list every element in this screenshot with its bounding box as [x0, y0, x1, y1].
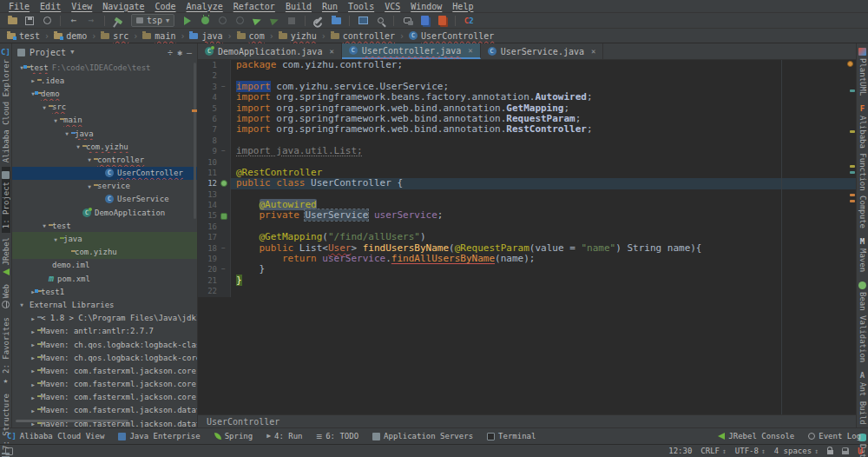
tool-button-jrebel[interactable]: JRebel: [2, 233, 10, 280]
build-hammer-icon[interactable]: [111, 15, 125, 27]
tree-item-test[interactable]: ▼testF:\code\IDEACode\test: [12, 61, 197, 74]
toolwindow-button-6-todo[interactable]: ≡6: TODO: [317, 432, 359, 441]
toolwindow-button-4-run[interactable]: ▶4: Run: [266, 432, 302, 440]
breadcrumb-item-test[interactable]: test: [7, 31, 40, 41]
translate-doc-blue-icon[interactable]: [418, 15, 431, 27]
tree-item-test1[interactable]: ▶test1: [12, 285, 197, 298]
tree-item-java[interactable]: ▼java: [12, 232, 197, 245]
tool-button-7-structure[interactable]: 7: Structure: [2, 389, 10, 457]
encoding-select[interactable]: UTF-8 ↕: [735, 447, 766, 455]
toolwindow-button-application-servers[interactable]: Application Servers: [372, 432, 473, 440]
expanded-arrow-icon[interactable]: ▼: [51, 117, 60, 123]
search-everywhere-icon[interactable]: [373, 15, 387, 27]
restore-windows-icon[interactable]: [356, 15, 370, 27]
tree-item-maven-ch-qos-logback-logback-core-1-2-3[interactable]: ▶Maven: ch.qos.logback:logback-core:1.2.…: [12, 351, 197, 364]
toolwindow-button-terminal[interactable]: Terminal: [487, 432, 536, 440]
forward-arrow-icon[interactable]: →: [84, 15, 98, 27]
line-separator-select[interactable]: CRLF ↕: [700, 447, 727, 455]
run-jrebel-icon[interactable]: [250, 15, 264, 27]
project-structure-icon[interactable]: [329, 15, 343, 27]
expanded-arrow-icon[interactable]: ▼: [62, 130, 71, 136]
collapsed-arrow-icon[interactable]: ▶: [29, 354, 37, 361]
code-line-20[interactable]: 20− }: [198, 264, 856, 275]
stop-icon[interactable]: [285, 15, 299, 27]
run-config-combo[interactable]: tsp▼: [131, 14, 174, 27]
project-scrollbar[interactable]: [194, 63, 196, 219]
tree-item-src[interactable]: ▼src: [12, 101, 197, 114]
tool-button-web[interactable]: Web: [2, 280, 10, 313]
code-line-22[interactable]: 22: [198, 286, 856, 296]
tree-item-controller[interactable]: ▼controller: [12, 153, 197, 166]
jrebel-u-icon[interactable]: U: [858, 447, 863, 456]
collapsed-arrow-icon[interactable]: ▶: [29, 77, 37, 83]
editor-tab-userservice-java[interactable]: CUserService.java✕: [481, 43, 604, 59]
project-hscrollbar[interactable]: [16, 420, 128, 422]
code-line-1[interactable]: 1package com.yizhu.controller;: [198, 60, 856, 70]
profiler-icon[interactable]: [233, 15, 247, 27]
breadcrumb-item-main[interactable]: main: [142, 31, 175, 41]
tree-item-demo-iml[interactable]: demo.iml: [12, 259, 197, 272]
code-line-12[interactable]: 12public class UserController {: [198, 178, 856, 189]
tree-item-external-libraries[interactable]: ▼External Libraries: [12, 298, 197, 311]
toolwindow-button-event-log[interactable]: Event Log: [808, 432, 861, 440]
tool-button-2-favorites[interactable]: 2: Favorites★: [2, 313, 10, 389]
breadcrumb-item-usercontroller[interactable]: CUserController: [409, 31, 494, 41]
expanded-arrow-icon[interactable]: ▼: [40, 222, 49, 228]
toolwindow-button-java-enterprise[interactable]: Java Enterprise: [118, 432, 200, 440]
menu-edit[interactable]: Edit: [35, 2, 66, 11]
tree-item-maven-com-fasterxml-jackson-datatype-jack[interactable]: ▶Maven: com.fasterxml.jackson.datatype:j…: [12, 404, 197, 417]
divide-icon[interactable]: ÷: [168, 48, 173, 57]
tree-item-main[interactable]: ▼main: [12, 114, 197, 127]
toolwindow-button-alibaba-cloud-view[interactable]: C]Alibaba Cloud View: [7, 432, 104, 440]
settings-wrench-icon[interactable]: [312, 15, 326, 27]
breadcrumb-item-java[interactable]: java: [189, 31, 222, 41]
coverage-icon[interactable]: [215, 15, 229, 27]
menu-run[interactable]: Run: [317, 2, 343, 11]
gear-icon[interactable]: ✱: [177, 48, 182, 57]
expanded-arrow-icon[interactable]: ▼: [85, 183, 94, 189]
cloud-toolkit-c2-icon[interactable]: C2: [462, 15, 476, 27]
code-line-15[interactable]: 15 private UserService userService;: [198, 210, 856, 221]
spring-bean-gutter-icon[interactable]: [218, 213, 229, 220]
open-folder-icon[interactable]: [5, 15, 19, 27]
expanded-arrow-icon[interactable]: ▼: [85, 156, 94, 162]
tree-item-userservice[interactable]: CUserService: [12, 193, 197, 206]
fold-marker-icon[interactable]: −: [218, 243, 229, 254]
code-line-7[interactable]: 7import org.springframework.web.bind.ann…: [198, 124, 856, 135]
fold-marker-icon[interactable]: −: [218, 82, 229, 92]
breadcrumb-item-com[interactable]: com: [237, 31, 265, 41]
synchronize-icon[interactable]: [40, 15, 54, 27]
expanded-arrow-icon[interactable]: ▼: [74, 143, 82, 149]
breadcrumb-item-demo[interactable]: demo: [54, 31, 87, 41]
menu-vcs[interactable]: VCS: [379, 2, 405, 11]
collapsed-arrow-icon[interactable]: ▶: [29, 381, 37, 387]
editor-breadcrumb-label[interactable]: UserController: [207, 417, 279, 427]
debug-jrebel-icon[interactable]: [267, 15, 281, 27]
code-line-9[interactable]: 9−import java.util.List;: [198, 146, 856, 156]
code-editor[interactable]: 1package com.yizhu.controller;23−import …: [198, 60, 856, 414]
fold-marker-icon[interactable]: −: [218, 264, 229, 275]
editor-tab-demoapplication-java[interactable]: CDemoApplication.java✕: [198, 43, 342, 59]
close-tab-icon[interactable]: ✕: [591, 47, 595, 56]
code-line-19[interactable]: 19 return userService.findAllUsersByName…: [198, 254, 856, 264]
editor-tab-usercontroller-java[interactable]: CUserController.java✕: [342, 43, 481, 59]
tree-item-demo[interactable]: ▼demo: [12, 87, 197, 100]
tree-item-test[interactable]: ▼test: [12, 219, 197, 232]
tool-button-ant-build[interactable]: AAnt Build: [858, 367, 867, 429]
tree-item--idea[interactable]: ▶.idea: [12, 74, 197, 87]
menu-file[interactable]: File: [3, 2, 35, 11]
toolwindow-button-jrebel-console[interactable]: JRebel Console: [718, 432, 794, 440]
collapsed-arrow-icon[interactable]: ▶: [29, 368, 37, 374]
menu-build[interactable]: Build: [280, 2, 317, 11]
expanded-arrow-icon[interactable]: ▼: [17, 301, 26, 308]
menu-help[interactable]: Help: [447, 2, 478, 11]
tree-item-maven-com-fasterxml-jackson-core-jackson-[interactable]: ▶Maven: com.fasterxml.jackson.core:jacks…: [12, 391, 197, 404]
breadcrumb-item-yizhu[interactable]: yizhu: [279, 31, 317, 41]
collapsed-arrow-icon[interactable]: ▶: [29, 315, 37, 321]
tree-item-maven-antlr-antlr-2-7-7[interactable]: ▶Maven: antlr:antlr:2.7.7: [12, 325, 197, 338]
tree-item-maven-com-fasterxml-jackson-core-jackson-[interactable]: ▶Maven: com.fasterxml.jackson.core:jacks…: [12, 378, 197, 391]
menu-analyze[interactable]: Analyze: [181, 2, 228, 11]
run-icon[interactable]: [181, 15, 194, 27]
fold-marker-icon[interactable]: −: [218, 146, 229, 156]
close-tab-icon[interactable]: ✕: [329, 47, 333, 56]
